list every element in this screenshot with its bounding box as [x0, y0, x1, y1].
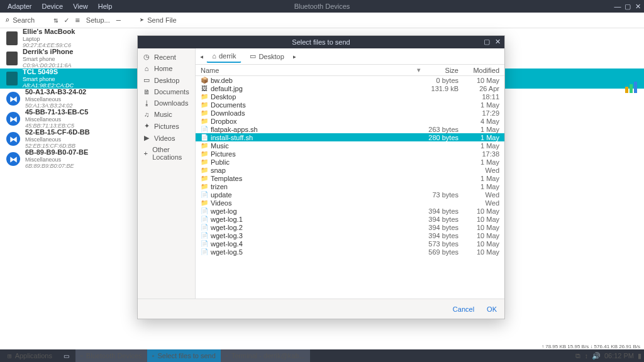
path-forward-icon[interactable]: ▸ [292, 52, 297, 61]
sidebar-item-recent[interactable]: ◷Recent [138, 51, 195, 63]
dialog-close-icon[interactable]: ✕ [493, 38, 502, 47]
task-icon: ▫ [152, 352, 155, 359]
file-row[interactable]: 📁Documents1 May [196, 101, 504, 109]
applications-menu[interactable]: ⊞Applications [3, 349, 57, 362]
device-name: TCL 5049S [23, 68, 74, 76]
sidebar-item-downloads[interactable]: ⭳Downloads [138, 97, 195, 109]
file-row[interactable]: 📁Templates1 May [196, 174, 504, 182]
sidebar-item-music[interactable]: ♫Music [138, 109, 195, 120]
taskbar[interactable]: ⊞Applications ▭ ▫Bluetooth Devices▫Selec… [0, 349, 644, 362]
file-row[interactable]: 📄wget-log.5569 bytes10 May [196, 248, 504, 256]
file-modified: 17:38 [465, 150, 499, 158]
device-name: 45-BB-71-13-EB-C5 [25, 108, 88, 116]
file-row[interactable]: 📄wget-log394 bytes10 May [196, 207, 504, 215]
dialog-maximize-icon[interactable]: ▢ [482, 38, 491, 47]
path-back-icon[interactable]: ◂ [199, 52, 204, 61]
file-list[interactable]: 📦bw.deb0 bytes10 May🖼default.jpg131.9 kB… [196, 76, 504, 299]
file-modified: 10 May [465, 207, 499, 215]
sort-icon[interactable]: ⇅ [53, 16, 58, 25]
menu-view[interactable]: View [68, 3, 93, 10]
file-row[interactable]: 📁Dropbox4 May [196, 117, 504, 125]
tray-volume-icon[interactable]: 🔊 [592, 352, 601, 360]
sidebar-item-other-locations[interactable]: +Other Locations [138, 144, 195, 163]
file-row[interactable]: 📁Pictures17:38 [196, 150, 504, 158]
sidebar-item-label: Music [154, 111, 172, 118]
workspace-icon[interactable]: ▭ [58, 349, 74, 362]
search-icon: ⌕ [5, 16, 9, 25]
file-row[interactable]: 📄update73 bytesWed [196, 190, 504, 199]
column-headers[interactable]: Name▾ Size Modified [196, 65, 504, 76]
menu-help[interactable]: Help [93, 3, 118, 10]
search-button[interactable]: ⌕Search [5, 16, 35, 25]
file-chooser-dialog: Select files to send ▢✕ ◷Recent⌂Home▭Des… [137, 35, 505, 319]
file-row[interactable]: 📄install-stuff.sh280 bytes1 May [196, 133, 504, 141]
file-row[interactable]: 🖼default.jpg131.9 kB26 Apr [196, 84, 504, 92]
downloads-icon: ⭳ [143, 99, 150, 107]
file-row[interactable]: 📄wget-log.3394 bytes10 May [196, 231, 504, 239]
file-row[interactable]: 📄wget-log.1394 bytes10 May [196, 215, 504, 223]
tray-dropbox-icon[interactable]: ⧉ [575, 352, 580, 360]
file-name: bw.deb [211, 77, 421, 84]
task-button[interactable]: ▫Bluetooth Devices [75, 349, 147, 362]
file-modified: 26 Apr [465, 85, 499, 92]
maximize-icon[interactable]: ▢ [624, 3, 631, 10]
file-name: Desktop [211, 93, 421, 101]
file-row[interactable]: 📄wget-log.4573 bytes10 May [196, 239, 504, 248]
sidebar-item-label: Documents [154, 88, 189, 96]
network-indicator: ↑ 78.95 KB 15.95 B/s ↓ 576.41 KB 26.91 B… [541, 344, 640, 349]
setup-button[interactable]: Setup... [86, 16, 110, 24]
bluetooth-icon: ⧓ [6, 152, 20, 166]
sidebar-item-documents[interactable]: 🗎Documents [138, 86, 195, 97]
sidebar-item-label: Desktop [154, 77, 179, 84]
file-name: Templates [211, 175, 421, 182]
clock[interactable]: 06:12 PM [604, 352, 634, 359]
device-mac: 6B:89:B9:B0:07:BE [25, 163, 88, 169]
cancel-button[interactable]: Cancel [453, 305, 474, 313]
tray-network-icon[interactable]: ↕ [584, 352, 588, 359]
sidebar-item-home[interactable]: ⌂Home [138, 63, 195, 74]
file-name: Music [211, 142, 421, 150]
sidebar-item-label: Videos [154, 134, 175, 142]
file-name: Pictures [211, 150, 421, 158]
file-row[interactable]: 📁trizen1 May [196, 182, 504, 190]
file-row[interactable]: 📁Public1 May [196, 158, 504, 166]
path-segment-desktop[interactable]: ▭Desktop [244, 50, 289, 63]
places-sidebar[interactable]: ◷Recent⌂Home▭Desktop🗎Documents⭳Downloads… [138, 48, 196, 299]
file-row[interactable]: 📁VideosWed [196, 199, 504, 207]
file-row[interactable]: 📦bw.deb0 bytes10 May [196, 76, 504, 84]
sidebar-item-desktop[interactable]: ▭Desktop [138, 74, 195, 86]
col-modified[interactable]: Modified [465, 67, 499, 74]
menubar: Adapter Device View Help Bluetooth Devic… [0, 0, 644, 13]
file-row[interactable]: 📁snapWed [196, 166, 504, 174]
sidebar-item-videos[interactable]: ▶Videos [138, 132, 195, 144]
file-icon: 📁 [201, 118, 208, 124]
file-row[interactable]: 📁Desktop18:11 [196, 92, 504, 101]
file-name: wget-log.3 [211, 232, 421, 239]
tray-user-icon[interactable]: ▮ [638, 352, 641, 360]
file-row[interactable]: 📄flatpak-apps.sh263 bytes1 May [196, 125, 504, 133]
close-icon[interactable]: ✕ [634, 3, 641, 10]
menu-adapter[interactable]: Adapter [3, 3, 37, 10]
file-row[interactable]: 📁Music1 May [196, 141, 504, 150]
remove-icon[interactable]: — [116, 16, 121, 25]
device-name: 50-A1-3A-B3-24-02 [25, 88, 86, 96]
send-file-button[interactable]: ➤Send File [140, 16, 177, 25]
menu-device[interactable]: Device [37, 3, 69, 10]
file-row[interactable]: 📄wget-log.2394 bytes10 May [196, 223, 504, 231]
task-button[interactable]: ▫Select files to send [147, 349, 221, 362]
ok-button[interactable]: OK [487, 305, 497, 313]
file-row[interactable]: 📁Downloads17:29 [196, 109, 504, 117]
minimize-icon[interactable]: — [614, 3, 621, 10]
file-modified: Wed [465, 191, 499, 199]
file-size: 131.9 kB [421, 85, 458, 92]
sidebar-item-pictures[interactable]: ✦Pictures [138, 120, 195, 132]
path-segment-home[interactable]: ⌂derrik [206, 50, 242, 63]
col-name[interactable]: Name [201, 67, 417, 74]
check-icon[interactable]: ✓ [64, 16, 69, 25]
list-icon[interactable]: ≡ [75, 16, 80, 25]
col-size[interactable]: Size [421, 67, 458, 74]
task-button[interactable]: ▫Terminal - derrik@kab... [221, 349, 310, 362]
file-size: 394 bytes [421, 224, 458, 231]
file-icon: 📁 [201, 199, 208, 206]
path-bar[interactable]: ◂ ⌂derrik ▭Desktop ▸ [196, 48, 504, 65]
